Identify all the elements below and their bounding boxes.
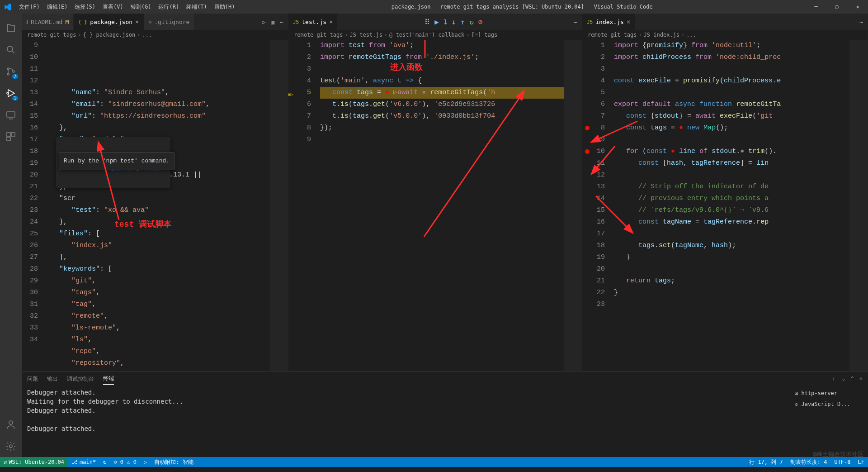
code-line[interactable] [614, 299, 849, 310]
auto-attach[interactable]: 自动附加: 智能 [151, 458, 197, 466]
minimap[interactable] [270, 40, 288, 371]
settings-gear-icon[interactable] [0, 435, 22, 457]
step-over-icon[interactable]: ⤵ [443, 18, 447, 26]
code-line[interactable] [614, 63, 849, 75]
menu-item[interactable]: 查看(V) [99, 3, 127, 11]
breadcrumb-2[interactable]: remote-git-tags › JS test.js › ⨀ test('m… [288, 30, 582, 40]
code-line[interactable]: tags.set(tagName, hash); [614, 240, 849, 252]
terminal[interactable]: Debugger attached. Waiting for the debug… [22, 386, 868, 457]
code-line[interactable]: "index.js" [47, 240, 270, 252]
code-line[interactable]: "commit", [47, 369, 270, 371]
editor-tab[interactable]: { }package.json× [74, 14, 144, 30]
close-panel-icon[interactable]: ✕ [859, 375, 863, 383]
extensions-icon[interactable] [0, 126, 22, 148]
menu-item[interactable]: 帮助(H) [211, 3, 239, 11]
code-line[interactable]: "remote", [47, 310, 270, 322]
code-line[interactable]: "ls-remote", [47, 322, 270, 334]
menu-item[interactable]: 终端(T) [183, 3, 211, 11]
step-into-icon[interactable]: ↓ [452, 18, 456, 26]
menu-item[interactable]: 文件(F) [15, 3, 43, 11]
code-line[interactable]: }, [47, 216, 270, 228]
code-line[interactable]: const [hash, tagReference] = lin [614, 157, 849, 169]
code-line[interactable]: import {promisify} from 'node:util'; [614, 40, 849, 52]
restart-icon[interactable]: ↻ [469, 18, 474, 26]
menu-item[interactable]: 运行(R) [155, 3, 183, 11]
code-line[interactable] [614, 134, 849, 146]
cursor-position[interactable]: 行 17, 列 7 [745, 458, 787, 466]
continue-icon[interactable]: ▶ [434, 18, 439, 26]
code-line[interactable]: } [614, 252, 849, 263]
terminal-entry[interactable]: ✲ JavaScript D... [795, 399, 863, 410]
code-line[interactable]: "repository", [47, 358, 270, 369]
terminal-dropdown-icon[interactable]: ⌄ [842, 375, 845, 383]
code-line[interactable]: "tag", [47, 299, 270, 310]
close-tab-icon[interactable]: × [135, 18, 139, 25]
breadcrumb-item[interactable]: ... [686, 32, 696, 38]
code-line[interactable]: }); [320, 122, 564, 134]
editor-tab[interactable]: JStest.js× [288, 14, 338, 30]
code-line[interactable] [320, 63, 564, 75]
code-line[interactable]: ], [47, 252, 270, 263]
code-line[interactable]: import remoteGitTags from './index.js'; [320, 52, 564, 63]
breadcrumb-item[interactable]: remote-git-tags [27, 32, 76, 38]
code-line[interactable]: "files": [ [47, 228, 270, 240]
step-out-icon[interactable]: ↑ [461, 18, 465, 26]
code-line[interactable]: test('main', async t => { [320, 75, 564, 87]
code-line[interactable]: const tags = ● new Map(); [614, 122, 849, 134]
panel-tab[interactable]: 输出 [47, 373, 58, 385]
code-editor-1[interactable]: 9101112131415161718192021222324252627282… [22, 40, 288, 371]
run-debug-icon[interactable]: 1 [0, 82, 22, 104]
code-line[interactable]: "repo", [47, 346, 270, 358]
editor-tab[interactable]: ⚙.gitignore [144, 14, 195, 30]
code-line[interactable]: "name": "Sindre Sorhus", [47, 87, 270, 99]
code-line[interactable]: const {stdout} = await execFile('git [614, 110, 849, 122]
code-line[interactable]: "test": "xo && ava" [47, 205, 270, 216]
indentation[interactable]: 制表符长度: 4 [787, 458, 831, 466]
breadcrumb-item[interactable]: remote-git-tags [588, 32, 637, 38]
panel-tab[interactable]: 终端 [103, 373, 114, 385]
breadcrumb-item[interactable]: [≡] tags [472, 32, 498, 38]
code-line[interactable] [614, 263, 849, 275]
breadcrumb-item[interactable]: ... [142, 32, 152, 38]
breadcrumb-item[interactable]: JS test.js [350, 32, 382, 38]
eol[interactable]: LF [854, 459, 868, 465]
code-line[interactable]: "keywords": [ [47, 263, 270, 275]
terminal-entry[interactable]: ⊡ http-server [795, 388, 863, 399]
code-line[interactable]: // `refs/tags/v9.6.0^{}` → `v9.6 [614, 205, 849, 216]
minimap[interactable] [564, 40, 582, 371]
maximize-button[interactable]: ▢ [826, 0, 847, 14]
code-line[interactable] [614, 87, 849, 99]
code-line[interactable]: "tags", [47, 287, 270, 299]
code-line[interactable]: "ls", [47, 334, 270, 346]
more-icon[interactable]: ⋯ [280, 19, 283, 25]
menu-item[interactable]: 编辑(E) [43, 3, 71, 11]
code-line[interactable]: const tags = ● ▷await ● remoteGitTags('h [320, 87, 564, 99]
more-icon[interactable]: ⋯ [574, 19, 577, 25]
code-line[interactable] [614, 228, 849, 240]
code-line[interactable]: "email": "sindresorhus@gmail.com", [47, 99, 270, 110]
panel-tab[interactable]: 问题 [27, 373, 38, 385]
code-line[interactable]: t.is(tags.get('v5.0.0'), '0933d0bb13f704 [320, 110, 564, 122]
explorer-icon[interactable] [0, 17, 22, 39]
remote-explorer-icon[interactable] [0, 104, 22, 126]
stop-icon[interactable]: ⊘ [478, 18, 483, 26]
debug-start[interactable]: ▷ [140, 459, 151, 465]
editor-tab[interactable]: ℹREADME.mdM [22, 14, 74, 30]
maximize-panel-icon[interactable]: ⌃ [851, 375, 854, 383]
code-line[interactable]: export default async function remoteGitT… [614, 99, 849, 110]
code-line[interactable]: // previous entry which points a [614, 193, 849, 205]
code-line[interactable] [614, 169, 849, 181]
code-line[interactable]: "git", [47, 275, 270, 287]
code-line[interactable]: // Strip off the indicator of de [614, 181, 849, 193]
breadcrumb-item[interactable]: JS index.js [644, 32, 679, 38]
breadcrumb-item[interactable]: { } package.json [83, 32, 136, 38]
menu-item[interactable]: 选择(S) [71, 3, 99, 11]
code-editor-3[interactable]: 1234567891011121314151617181920212223 im… [582, 40, 868, 371]
minimize-button[interactable]: ─ [806, 0, 826, 14]
editor-tab[interactable]: JSindex.js× [582, 14, 635, 30]
close-tab-icon[interactable]: × [627, 18, 630, 25]
breadcrumb-3[interactable]: remote-git-tags › JS index.js › ... [582, 30, 868, 40]
code-line[interactable]: return tags; [614, 275, 849, 287]
code-line[interactable]: import test from 'ava'; [320, 40, 564, 52]
breadcrumb-item[interactable]: remote-git-tags [294, 32, 343, 38]
